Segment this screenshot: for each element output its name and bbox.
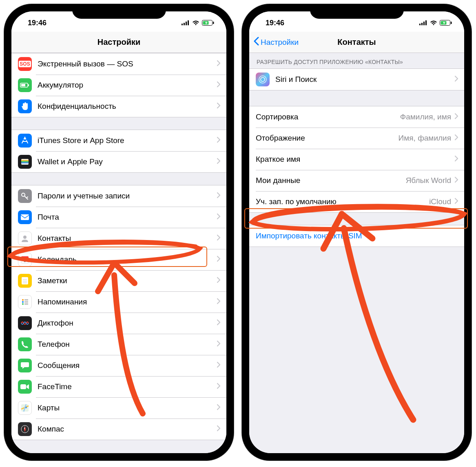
chevron-right-icon [454,134,458,142]
wifi-icon [430,20,437,26]
settings-list[interactable]: SOSЭкстренный вызов — SOSАккумуляторКонф… [11,53,226,453]
row-value: iCloud [429,197,451,206]
svg-rect-11 [21,160,29,161]
chevron-right-icon [217,319,221,327]
chevron-right-icon [217,234,221,242]
row-label: Диктофон [38,319,217,328]
chevron-right-icon [217,102,221,110]
chevron-right-icon [454,198,458,206]
settings-row-compass[interactable]: Компас [11,419,226,440]
notes-icon [18,274,32,288]
settings-row-voice[interactable]: Диктофон [11,313,226,334]
calendar-icon: 9 [18,253,32,267]
compass-icon [18,422,32,436]
appstore-icon [18,134,32,148]
settings-row-phone[interactable]: Телефон [11,334,226,355]
row-siri-search[interactable]: Siri и Поиск [249,69,464,90]
section-header: РАЗРЕШИТЬ ДОСТУП ПРИЛОЖЕНИЮ «КОНТАКТЫ» [249,53,464,68]
chevron-right-icon [217,137,221,145]
siri-icon [256,73,270,86]
chevron-right-icon [217,361,221,370]
chevron-right-icon [217,298,221,306]
settings-row-facetime[interactable]: FaceTime [11,376,226,397]
settings-row-appstore[interactable]: iTunes Store и App Store [11,130,226,151]
settings-row-mail[interactable]: Почта [11,207,226,228]
chevron-right-icon [454,176,458,185]
cell-signal-icon [182,20,190,25]
settings-row-calendar[interactable]: 9Календарь [11,249,226,270]
settings-row-hand[interactable]: Конфиденциальность [11,96,226,117]
svg-text:9: 9 [24,258,26,263]
screen-right: 19:46 Нас [249,11,464,453]
svg-rect-13 [21,162,29,163]
chevron-right-icon [217,277,221,285]
messages-icon [18,359,32,372]
maps-icon [18,401,32,415]
back-button[interactable]: Настройки [249,37,299,48]
chevron-right-icon [454,113,458,121]
row-label: Siri и Поиск [275,75,454,84]
row-label: Аккумулятор [38,81,217,90]
contacts-icon [18,231,32,245]
chevron-right-icon [217,81,221,89]
row-label: Отображение [256,134,399,143]
settings-row-battery[interactable]: Аккумулятор [11,75,226,96]
svg-rect-30 [20,384,26,389]
back-label: Настройки [261,38,299,47]
contacts-option-row[interactable]: ОтображениеИмя, фамилия [249,128,464,149]
row-label: Заметки [38,276,217,285]
svg-rect-36 [421,23,423,25]
phone-left: 19:46 Настройки SOSЭкстренный вызов — SO… [4,4,234,460]
settings-row-contacts[interactable]: Контакты [11,228,226,249]
chevron-right-icon [217,340,221,348]
svg-point-26 [22,303,24,305]
reminders-icon [18,295,32,309]
settings-row-notes[interactable]: Заметки [11,270,226,291]
battery-icon [202,20,214,26]
settings-row-messages[interactable]: Сообщения [11,355,226,376]
phone-icon [18,337,32,351]
svg-point-42 [259,76,266,83]
facetime-icon [18,380,32,394]
chevron-left-icon [253,37,259,48]
chevron-right-icon [217,256,221,264]
key-icon [18,189,32,203]
contacts-option-row[interactable]: Краткое имя [249,149,464,170]
row-label: Мои данные [256,176,406,185]
svg-rect-41 [451,22,452,24]
svg-rect-38 [425,20,427,25]
settings-row-sos[interactable]: SOSЭкстренный вызов — SOS [11,53,226,75]
chevron-right-icon [217,404,221,412]
contacts-option-row[interactable]: Мои данныеЯблык World [249,170,464,191]
svg-rect-2 [186,22,187,25]
svg-rect-9 [21,84,25,86]
row-label: Экстренный вызов — SOS [38,59,217,68]
mail-icon [18,210,32,224]
svg-rect-0 [182,24,183,25]
settings-row-key[interactable]: Пароли и учетные записи [11,185,226,207]
chevron-right-icon [454,75,458,84]
row-value: Имя, фамилия [399,134,451,143]
contacts-settings[interactable]: РАЗРЕШИТЬ ДОСТУП ПРИЛОЖЕНИЮ «КОНТАКТЫ» S… [249,53,464,453]
svg-rect-3 [188,20,189,25]
chevron-right-icon [217,158,221,166]
contacts-option-row[interactable]: Уч. зап. по умолчаниюiCloud [249,191,464,212]
settings-row-wallet[interactable]: Wallet и Apple Pay [11,151,226,172]
screen-left: 19:46 Настройки SOSЭкстренный вызов — SO… [11,11,226,453]
cell-signal-icon [419,20,427,25]
chevron-right-icon [454,155,458,163]
svg-rect-35 [419,24,421,25]
svg-rect-1 [184,23,185,25]
hand-icon [18,99,32,113]
row-import-sim[interactable]: Импортировать контакты SIM [249,225,464,247]
row-label: iTunes Store и App Store [38,136,217,145]
nav-bar: Настройки Контакты [249,32,464,53]
row-label: Компас [38,425,217,434]
status-time: 19:46 [266,16,284,27]
settings-row-reminders[interactable]: Напоминания [11,291,226,313]
settings-row-maps[interactable]: Карты [11,397,226,419]
row-label: Краткое имя [256,155,454,164]
row-label: Контакты [38,234,217,243]
contacts-option-row[interactable]: СортировкаФамилия, имя [249,106,464,128]
chevron-right-icon [217,383,221,391]
